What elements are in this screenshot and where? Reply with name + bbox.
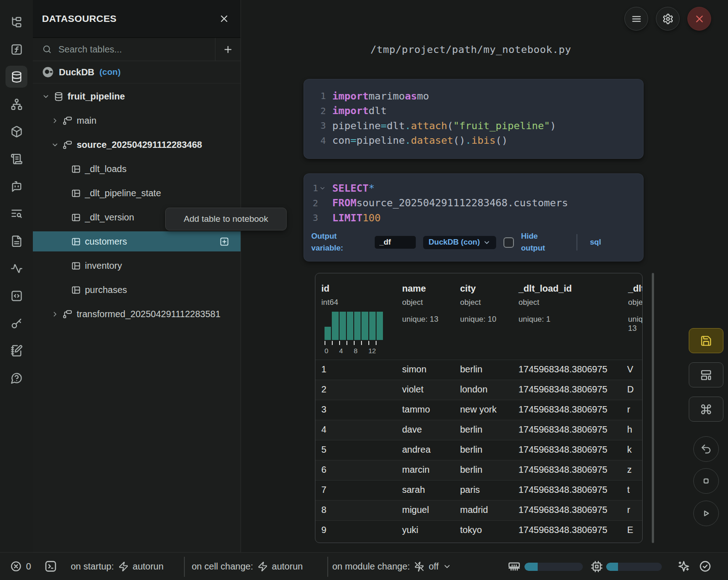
statusbar-on-cell-change[interactable]: on cell change:autorun — [192, 553, 303, 580]
output-scrollbar[interactable] — [652, 273, 654, 543]
column-header-id[interactable]: idint64 — [321, 283, 338, 307]
menu-button[interactable] — [624, 7, 648, 31]
table-row[interactable]: 6marcinberlin1745968348.3806975z — [315, 460, 642, 480]
column-header-name[interactable]: nameobjectunique: 13 — [402, 283, 438, 324]
rail-item-scroll-text[interactable] — [5, 148, 27, 170]
settings-button[interactable] — [656, 7, 680, 31]
close-panel-icon[interactable] — [219, 13, 230, 24]
output-variable-input[interactable] — [375, 236, 416, 249]
file-tree-icon — [10, 16, 23, 28]
tree-item-purchases[interactable]: purchases — [33, 280, 241, 300]
schema-icon — [63, 116, 73, 125]
table-row[interactable]: 2violetlondon1745968348.3806975D — [315, 380, 642, 400]
id-histogram: 04812 — [325, 316, 383, 350]
duckdb-logo-icon — [42, 66, 54, 78]
column-header-_dlt_load_id[interactable]: _dlt_load_idobjectunique: 1 — [519, 283, 572, 324]
connection-row[interactable]: DuckDB (con) — [33, 61, 241, 84]
table-row[interactable]: 5andreaberlin1745968348.3806975k — [315, 440, 642, 460]
terminal-button[interactable] — [44, 553, 57, 580]
engine-select[interactable]: DuckDB (con) — [423, 236, 496, 249]
code-token: . — [405, 135, 411, 146]
statusbar-on-module-change[interactable]: on module change:off — [332, 553, 451, 580]
close-button[interactable] — [687, 7, 711, 31]
layout-button[interactable] — [689, 362, 723, 387]
table-row[interactable]: 1simonberlin1745968348.3806975V — [315, 360, 642, 380]
stop-button[interactable] — [693, 468, 719, 494]
column-header-_dlt_id[interactable]: _dlt_idobjectunique: 13 — [628, 283, 643, 333]
activity-rail — [0, 0, 33, 552]
rail-item-log-search[interactable] — [5, 203, 27, 225]
rail-item-network[interactable] — [5, 93, 27, 115]
rail-item-key[interactable] — [5, 312, 27, 334]
package-icon — [10, 125, 23, 138]
code-token: () — [496, 135, 508, 146]
memory-usage-meter — [524, 563, 583, 571]
tree-item-customers[interactable]: customers — [33, 231, 241, 251]
table-cell: berlin — [460, 465, 482, 475]
save-button[interactable] — [689, 328, 723, 353]
code-token: . — [465, 135, 471, 146]
rail-item-function-square[interactable] — [5, 38, 27, 60]
check-circle-button[interactable] — [699, 553, 712, 580]
undo-button[interactable] — [693, 436, 719, 462]
histogram-tick-labels: 04812 — [325, 347, 383, 355]
tree-item-_dlt_loads[interactable]: _dlt_loads — [33, 159, 241, 179]
table-row[interactable]: 3tammonew york1745968348.3806975r — [315, 400, 642, 420]
add-datasource-button[interactable] — [215, 38, 241, 61]
line-number: 1 — [304, 183, 332, 193]
search-input[interactable] — [58, 44, 209, 55]
notebook-filename: /tmp/project/path/my_notebook.py — [241, 44, 701, 55]
tree-item-main[interactable]: main — [33, 110, 241, 131]
rail-item-package[interactable] — [5, 120, 27, 142]
table-cell: berlin — [460, 424, 482, 435]
code-token: 100 — [362, 212, 381, 224]
table-row[interactable]: 4daveberlin1745968348.3806975h — [315, 420, 642, 440]
rail-item-help-circle[interactable] — [5, 367, 27, 389]
bot-icon — [10, 180, 23, 193]
rail-item-bot[interactable] — [5, 175, 27, 197]
histogram-bar — [340, 312, 346, 340]
column-unique-count: unique: 1 — [519, 315, 572, 324]
column-header-city[interactable]: cityobjectunique: 10 — [460, 283, 496, 324]
table-row[interactable]: 9yukitokyo1745968348.3806975E — [315, 520, 642, 540]
code-token: con — [332, 135, 351, 146]
statusbar-on-startup[interactable]: on startup:autorun — [71, 553, 163, 580]
table-cell: 1 — [321, 364, 326, 375]
rail-item-activity[interactable] — [5, 257, 27, 279]
table-cell: 6 — [321, 465, 326, 475]
play-button[interactable] — [693, 501, 719, 526]
rail-item-file-text[interactable] — [5, 230, 27, 252]
tree-item-source_202504291112283468[interactable]: source_202504291112283468 — [33, 135, 241, 155]
rail-item-file-tree[interactable] — [5, 11, 27, 33]
python-cell[interactable]: 1import marimo as mo2import dlt3pipeline… — [304, 79, 644, 159]
sparkles-icon — [677, 560, 690, 573]
sparkles-button[interactable] — [677, 553, 690, 580]
rail-item-database[interactable] — [5, 66, 27, 88]
table-cell: simon — [402, 364, 426, 375]
column-unique-count: unique: 13 — [628, 315, 643, 333]
table-row[interactable]: 8miguelmadrid1745968348.3806975r — [315, 500, 642, 520]
zap-icon — [257, 561, 268, 572]
sql-editor[interactable]: 1SELECT *2FROM source_202504291112283468… — [304, 181, 643, 225]
sql-cell[interactable]: 1SELECT *2FROM source_202504291112283468… — [304, 173, 644, 261]
hide-output-checkbox[interactable] — [503, 237, 514, 248]
tick-label: 8 — [354, 347, 368, 355]
plus-icon — [223, 44, 233, 55]
tree-item-_dlt_pipeline_state[interactable]: _dlt_pipeline_state — [33, 183, 241, 203]
line-number: 2 — [304, 105, 332, 116]
code-token: mo — [417, 90, 429, 102]
rail-item-notebook-pen[interactable] — [5, 340, 27, 361]
error-counter[interactable]: 0 — [10, 553, 31, 580]
tree-item-fruit_pipeline[interactable]: fruit_pipeline — [33, 86, 241, 106]
column-type: object — [519, 298, 572, 307]
table-row[interactable]: 7sarahparis1745968348.3806975t — [315, 480, 642, 500]
rail-item-code-block[interactable] — [5, 285, 27, 307]
command-button[interactable] — [689, 397, 723, 422]
schema-icon — [63, 309, 73, 319]
tree-item-transformed_202504291112283581[interactable]: transformed_202504291112283581 — [33, 304, 241, 324]
add-table-button[interactable] — [220, 237, 229, 246]
tree-item-inventory[interactable]: inventory — [33, 256, 241, 276]
output-bar-divider — [576, 234, 577, 251]
search-icon — [42, 44, 52, 54]
table-cell: D — [627, 384, 634, 395]
